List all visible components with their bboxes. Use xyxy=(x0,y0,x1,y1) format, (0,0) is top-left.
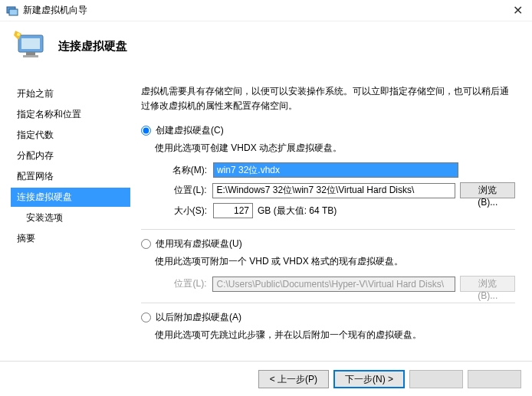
footer-btn-2[interactable] xyxy=(468,370,521,388)
separator2 xyxy=(141,303,515,303)
svg-rect-4 xyxy=(26,52,35,55)
sidebar-item-install[interactable]: 安装选项 xyxy=(11,208,130,227)
sidebar: 开始之前 指定名称和位置 指定代数 分配内存 配置网络 连接虚拟硬盘 安装选项 … xyxy=(0,74,130,380)
size-input[interactable] xyxy=(213,203,253,218)
sidebar-item-start[interactable]: 开始之前 xyxy=(11,84,130,103)
wizard-header: 连接虚拟硬盘 xyxy=(0,21,532,74)
footer: < 上一步(P) 下一步(N) > xyxy=(0,361,532,396)
window-title: 新建虚拟机向导 xyxy=(23,4,510,17)
name-label: 名称(M): xyxy=(166,164,207,177)
wizard-icon xyxy=(12,28,49,64)
titlebar: 新建虚拟机向导 ✕ xyxy=(0,0,532,21)
intro-text: 虚拟机需要具有存储空间，以便可以安装操作系统。可以立即指定存储空间，也可以稍后通… xyxy=(141,84,515,113)
existing-browse-button: 浏览(B)... xyxy=(460,276,515,292)
next-button[interactable]: 下一步(N) > xyxy=(333,370,405,388)
location-label: 位置(L): xyxy=(166,184,206,197)
opt2-desc: 使用此选项可附加一个 VHD 或 VHDX 格式的现有虚拟硬盘。 xyxy=(155,255,515,268)
sidebar-item-network[interactable]: 配置网络 xyxy=(11,167,130,186)
svg-rect-1 xyxy=(9,9,18,15)
svg-rect-5 xyxy=(23,55,38,57)
sidebar-item-name[interactable]: 指定名称和位置 xyxy=(11,105,130,124)
sidebar-item-disk[interactable]: 连接虚拟硬盘 xyxy=(11,188,130,207)
location-input[interactable] xyxy=(212,183,455,198)
radio-existing-label: 使用现有虚拟硬盘(U) xyxy=(156,237,242,250)
size-suffix: GB (最大值: 64 TB) xyxy=(258,205,337,218)
name-input[interactable] xyxy=(213,162,458,178)
footer-btn-1[interactable] xyxy=(409,370,463,388)
size-label: 大小(S): xyxy=(166,205,207,218)
svg-rect-3 xyxy=(21,38,40,49)
radio-create-label: 创建虚拟硬盘(C) xyxy=(156,124,224,137)
existing-loc-label: 位置(L): xyxy=(166,277,206,290)
radio-later[interactable] xyxy=(141,313,151,322)
sidebar-item-generation[interactable]: 指定代数 xyxy=(11,126,130,145)
content-pane: 虚拟机需要具有存储空间，以便可以安装操作系统。可以立即指定存储空间，也可以稍后通… xyxy=(130,74,532,380)
prev-button[interactable]: < 上一步(P) xyxy=(258,370,329,388)
existing-loc-input xyxy=(212,277,455,292)
page-title: 连接虚拟硬盘 xyxy=(58,39,127,54)
opt3-desc: 使用此选项可先跳过此步骤，并在以后附加一个现有的虚拟硬盘。 xyxy=(155,329,515,342)
svg-point-7 xyxy=(17,33,20,36)
close-button[interactable]: ✕ xyxy=(510,3,526,18)
browse-button[interactable]: 浏览(B)... xyxy=(460,182,515,198)
sidebar-item-memory[interactable]: 分配内存 xyxy=(11,146,130,165)
opt1-desc: 使用此选项可创建 VHDX 动态扩展虚拟硬盘。 xyxy=(155,142,515,155)
radio-later-label: 以后附加虚拟硬盘(A) xyxy=(156,311,241,324)
radio-existing[interactable] xyxy=(141,239,151,249)
radio-create[interactable] xyxy=(141,126,151,136)
separator xyxy=(141,229,515,230)
app-icon xyxy=(6,5,18,17)
sidebar-item-summary[interactable]: 摘要 xyxy=(11,229,130,248)
